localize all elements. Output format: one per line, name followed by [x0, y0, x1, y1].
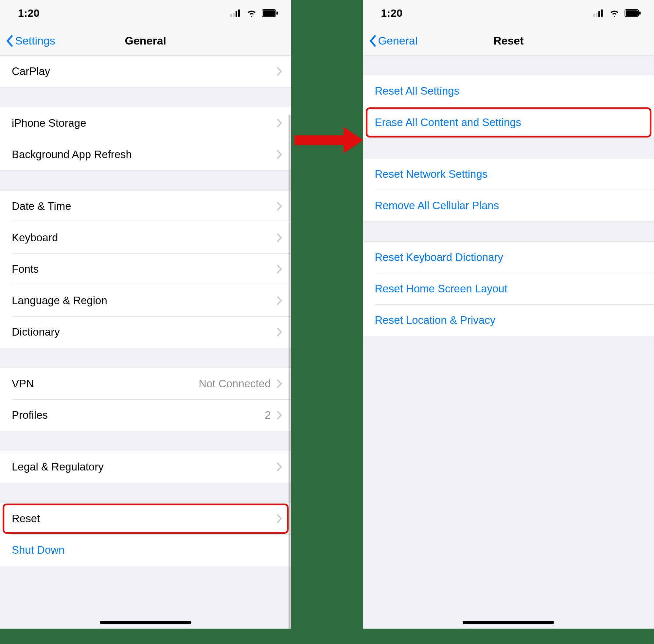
svg-rect-9 [593, 14, 595, 17]
svg-marker-8 [343, 127, 363, 153]
scrollbar[interactable] [289, 115, 291, 629]
chevron-right-icon [277, 233, 282, 242]
reset-content: Reset All SettingsErase All Content and … [363, 56, 654, 629]
cell-detail: 2 [265, 409, 271, 421]
chevron-right-icon [277, 118, 282, 128]
back-label: General [378, 34, 418, 47]
cell-vpn[interactable]: VPNNot Connected [0, 368, 291, 399]
settings-group: iPhone StorageBackground App Refresh [0, 107, 291, 170]
cell-label: Remove All Cellular Plans [375, 199, 499, 212]
highlight-box [3, 504, 289, 534]
svg-rect-11 [598, 11, 600, 17]
cell-remove-all-cellular-plans[interactable]: Remove All Cellular Plans [363, 190, 654, 221]
cell-carplay[interactable]: CarPlay [0, 56, 291, 87]
cell-dictionary[interactable]: Dictionary [0, 316, 291, 348]
cell-label: Shut Down [12, 544, 65, 556]
nav-bar: Settings General [0, 26, 291, 56]
cell-language-region[interactable]: Language & Region [0, 285, 291, 316]
wifi-icon [247, 9, 257, 17]
cell-label: Background App Refresh [12, 148, 132, 161]
cell-erase-all-content-and-settings[interactable]: Erase All Content and Settings [363, 107, 654, 138]
cell-label: Reset All Settings [375, 85, 460, 97]
cell-label: Reset Keyboard Dictionary [375, 251, 504, 263]
status-bar: 1:20 [0, 0, 291, 26]
phone-general-settings: 1:20 Settings General CarPlayiPhone Stor… [0, 0, 291, 629]
status-time: 1:20 [18, 7, 40, 19]
cell-fonts[interactable]: Fonts [0, 253, 291, 285]
svg-rect-15 [639, 12, 640, 15]
cell-reset-all-settings[interactable]: Reset All Settings [363, 75, 654, 107]
chevron-right-icon [277, 462, 282, 472]
chevron-left-icon [369, 35, 376, 47]
chevron-right-icon [277, 411, 282, 420]
settings-group: CarPlay [0, 56, 291, 87]
svg-rect-2 [236, 11, 237, 17]
cell-profiles[interactable]: Profiles2 [0, 399, 291, 431]
settings-group: Reset All SettingsErase All Content and … [363, 75, 654, 138]
svg-rect-7 [294, 135, 343, 145]
cell-label: Erase All Content and Settings [375, 116, 522, 129]
settings-group: Reset Network SettingsRemove All Cellula… [363, 158, 654, 222]
settings-group: Date & TimeKeyboardFontsLanguage & Regio… [0, 190, 291, 348]
cell-shut-down[interactable]: Shut Down [0, 534, 291, 566]
chevron-right-icon [277, 327, 282, 337]
cell-label: Reset Home Screen Layout [375, 282, 507, 295]
status-indicators [230, 9, 278, 17]
cell-background-app-refresh[interactable]: Background App Refresh [0, 139, 291, 170]
home-indicator[interactable] [100, 621, 191, 624]
cell-keyboard[interactable]: Keyboard [0, 222, 291, 253]
back-button[interactable]: General [363, 34, 418, 47]
status-time: 1:20 [381, 7, 403, 19]
status-indicators [593, 9, 641, 17]
svg-rect-10 [596, 13, 598, 17]
signal-icon [593, 9, 604, 17]
cell-label: iPhone Storage [12, 117, 87, 129]
status-bar: 1:20 [363, 0, 654, 26]
cell-label: Reset Network Settings [375, 168, 488, 180]
wifi-icon [609, 9, 619, 17]
back-button[interactable]: Settings [0, 34, 55, 47]
cell-iphone-storage[interactable]: iPhone Storage [0, 107, 291, 139]
cell-label: Language & Region [12, 294, 107, 307]
cell-reset-home-screen-layout[interactable]: Reset Home Screen Layout [363, 273, 654, 304]
svg-rect-5 [263, 10, 275, 16]
chevron-right-icon [277, 296, 282, 305]
cell-detail: Not Connected [199, 377, 271, 390]
cell-label: Keyboard [12, 231, 58, 244]
cell-label: Fonts [12, 263, 39, 275]
cell-reset-keyboard-dictionary[interactable]: Reset Keyboard Dictionary [363, 242, 654, 273]
chevron-left-icon [6, 35, 13, 47]
chevron-right-icon [277, 514, 282, 523]
svg-rect-12 [601, 9, 603, 17]
cell-reset-network-settings[interactable]: Reset Network Settings [363, 158, 654, 190]
chevron-right-icon [277, 150, 282, 159]
cell-label: Reset [12, 512, 40, 525]
chevron-right-icon [277, 379, 282, 388]
settings-content: CarPlayiPhone StorageBackground App Refr… [0, 56, 291, 629]
chevron-right-icon [277, 67, 282, 76]
cell-date-time[interactable]: Date & Time [0, 190, 291, 222]
svg-rect-14 [626, 10, 638, 16]
svg-rect-6 [276, 12, 278, 15]
cell-label: Reset Location & Privacy [375, 314, 495, 326]
settings-group: ResetShut Down [0, 503, 291, 566]
cell-label: Date & Time [12, 200, 71, 212]
settings-group: Reset Keyboard DictionaryReset Home Scre… [363, 241, 654, 336]
svg-rect-1 [233, 13, 235, 17]
nav-bar: General Reset [363, 26, 654, 56]
cell-label: Legal & Regulatory [12, 461, 104, 473]
cell-label: VPN [12, 377, 34, 390]
cell-label: Dictionary [12, 326, 60, 338]
cell-label: Profiles [12, 409, 48, 421]
chevron-right-icon [277, 202, 282, 211]
phone-reset-settings: 1:20 General Reset Reset All SettingsEra… [363, 0, 654, 629]
chevron-right-icon [277, 264, 282, 274]
cell-reset[interactable]: Reset [0, 503, 291, 534]
settings-group: VPNNot ConnectedProfiles2 [0, 368, 291, 431]
svg-rect-3 [238, 9, 240, 17]
cell-label: CarPlay [12, 65, 50, 77]
home-indicator[interactable] [463, 621, 554, 624]
battery-icon [262, 9, 278, 17]
cell-legal-regulatory[interactable]: Legal & Regulatory [0, 451, 291, 483]
cell-reset-location-privacy[interactable]: Reset Location & Privacy [363, 304, 654, 336]
